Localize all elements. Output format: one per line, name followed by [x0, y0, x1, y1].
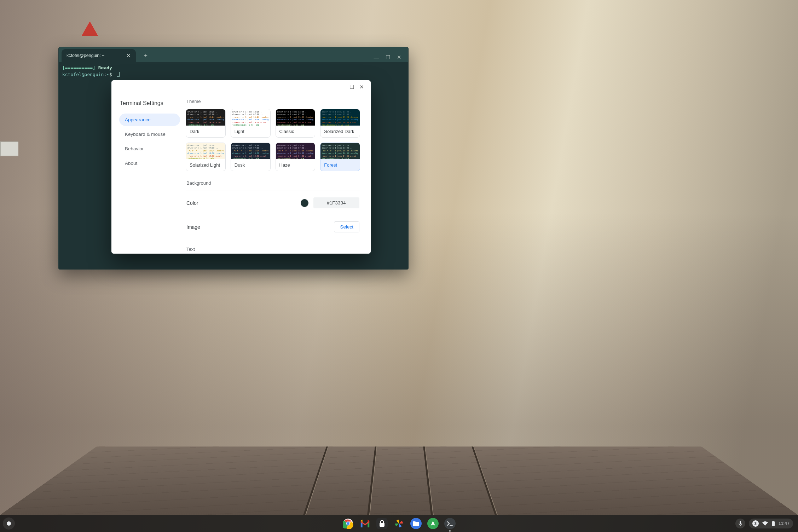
section-background-label: Background — [186, 180, 360, 186]
maximize-icon[interactable]: ☐ — [383, 54, 393, 60]
theme-name: Dark — [186, 126, 225, 137]
wallpaper-sign — [81, 21, 98, 36]
background-color-value[interactable]: #1F3334 — [313, 197, 359, 208]
theme-thumb: drwxr-xr-x 1 joel 13:28 . drwxr-xr-x 1 r… — [320, 109, 360, 126]
maximize-icon[interactable]: ☐ — [347, 84, 357, 90]
theme-card-solarized-dark[interactable]: drwxr-xr-x 1 joel 13:28 . drwxr-xr-x 1 r… — [320, 109, 360, 138]
terminal-tab-title: kctofel@penguin: ~ — [66, 53, 105, 58]
close-icon[interactable]: ✕ — [126, 52, 131, 59]
theme-name: Solarized Light — [186, 159, 225, 171]
settings-content[interactable]: Theme drwxr-xr-x 1 joel 13:28 . drwxr-xr… — [186, 94, 371, 254]
chrome-icon — [343, 518, 353, 529]
shelf-status-area[interactable]: 3 11:47 — [735, 519, 798, 528]
terminal-cursor — [117, 72, 120, 77]
wifi-icon — [762, 521, 768, 526]
terminal-prompt-line: kctofel@penguin:~$ — [62, 71, 405, 78]
theme-thumb: drwxr-xr-x 1 joel 13:28 . drwxr-xr-x 1 r… — [186, 109, 225, 126]
photos-icon — [394, 518, 404, 529]
theme-thumb: drwxr-xr-x 1 joel 13:28 . drwxr-xr-x 1 r… — [231, 143, 270, 159]
settings-sidebar: Terminal Settings Appearance Keyboard & … — [111, 94, 186, 254]
minimize-icon[interactable]: — — [371, 54, 381, 60]
wallpaper-street — [0, 447, 798, 515]
launcher-icon — [7, 521, 11, 526]
navigation-icon — [430, 520, 436, 527]
lock-icon — [379, 520, 385, 527]
theme-name: Dusk — [231, 159, 270, 171]
theme-name: Forest — [320, 159, 360, 171]
assistant-mic-button[interactable] — [735, 519, 745, 528]
app-maps[interactable] — [427, 518, 439, 529]
app-files[interactable] — [410, 518, 422, 529]
app-photos[interactable] — [393, 518, 405, 529]
battery-icon — [771, 521, 775, 526]
theme-card-solarized-light[interactable]: drwxr-xr-x 1 joel 13:28 . drwxr-xr-x 1 r… — [186, 143, 226, 171]
app-authenticator[interactable] — [376, 518, 388, 529]
theme-card-dark[interactable]: drwxr-xr-x 1 joel 13:28 . drwxr-xr-x 1 r… — [186, 109, 226, 138]
minimize-icon[interactable]: — — [337, 84, 347, 90]
background-color-row: Color #1F3334 — [186, 191, 360, 215]
app-terminal[interactable] — [444, 518, 456, 529]
prompt-suffix: $ — [109, 72, 112, 77]
theme-card-classic[interactable]: drwxr-xr-x 1 joel 13:28 . drwxr-xr-x 1 r… — [276, 109, 316, 138]
theme-name: Solarized Dark — [320, 126, 360, 137]
app-chrome[interactable] — [342, 518, 354, 529]
notification-count-badge: 3 — [752, 520, 759, 527]
nav-keyboard-mouse[interactable]: Keyboard & mouse — [119, 128, 180, 140]
terminal-settings-window: — ☐ ✕ Terminal Settings Appearance Keybo… — [111, 80, 371, 254]
terminal-tab[interactable]: kctofel@penguin: ~ ✕ — [62, 49, 136, 62]
background-image-label: Image — [186, 224, 334, 230]
theme-thumb: drwxr-xr-x 1 joel 13:28 . drwxr-xr-x 1 r… — [276, 143, 315, 159]
wallpaper-ac-unit — [0, 141, 18, 156]
ready-brackets: [==========] — [62, 65, 96, 70]
theme-grid: drwxr-xr-x 1 joel 13:28 . drwxr-xr-x 1 r… — [186, 109, 360, 171]
theme-name: Haze — [276, 159, 315, 171]
theme-card-forest[interactable]: drwxr-xr-x 1 joel 13:28 . drwxr-xr-x 1 r… — [320, 143, 360, 171]
nav-about[interactable]: About — [119, 157, 180, 169]
chromeos-shelf: 3 11:47 — [0, 515, 798, 532]
theme-thumb: drwxr-xr-x 1 joel 13:28 . drwxr-xr-x 1 r… — [231, 109, 270, 126]
ready-label: Ready — [98, 65, 112, 70]
close-window-icon[interactable]: ✕ — [394, 54, 404, 60]
folder-icon — [413, 521, 419, 526]
background-color-swatch[interactable] — [301, 199, 308, 207]
prompt-user: kctofel@penguin — [62, 72, 104, 77]
settings-title: Terminal Settings — [120, 100, 180, 106]
background-image-row: Image Select — [186, 215, 360, 239]
prompt-path: ~ — [106, 72, 109, 77]
theme-thumb: drwxr-xr-x 1 joel 13:28 . drwxr-xr-x 1 r… — [186, 143, 225, 159]
background-color-label: Color — [186, 200, 301, 206]
terminal-line: [==========] Ready — [62, 65, 405, 71]
app-gmail[interactable] — [359, 518, 371, 529]
nav-appearance[interactable]: Appearance — [119, 114, 180, 126]
terminal-window-controls: — ☐ ✕ — [371, 54, 408, 62]
mic-icon — [738, 521, 742, 526]
theme-name: Light — [231, 126, 270, 137]
section-theme-label: Theme — [186, 99, 360, 104]
theme-card-dusk[interactable]: drwxr-xr-x 1 joel 13:28 . drwxr-xr-x 1 r… — [231, 143, 271, 171]
clock: 11:47 — [779, 521, 790, 526]
svg-rect-6 — [773, 521, 774, 522]
theme-name: Classic — [276, 126, 315, 137]
gmail-icon — [360, 520, 370, 527]
theme-thumb: drwxr-xr-x 1 joel 13:28 . drwxr-xr-x 1 r… — [320, 143, 360, 159]
section-text-label: Text — [186, 247, 360, 252]
theme-thumb: drwxr-xr-x 1 joel 13:28 . drwxr-xr-x 1 r… — [276, 109, 315, 126]
status-tray[interactable]: 3 11:47 — [749, 519, 793, 528]
select-image-button[interactable]: Select — [334, 221, 359, 232]
svg-rect-3 — [380, 523, 384, 527]
nav-behavior[interactable]: Behavior — [119, 143, 180, 155]
close-icon[interactable]: ✕ — [357, 84, 366, 90]
settings-titlebar: — ☐ ✕ — [111, 80, 371, 94]
terminal-tabstrip: kctofel@penguin: ~ ✕ ＋ — ☐ ✕ — [59, 47, 408, 62]
theme-card-haze[interactable]: drwxr-xr-x 1 joel 13:28 . drwxr-xr-x 1 r… — [276, 143, 316, 171]
svg-rect-5 — [772, 521, 775, 526]
svg-rect-4 — [740, 521, 741, 524]
terminal-body[interactable]: [==========] Ready kctofel@penguin:~$ — [59, 62, 408, 81]
new-tab-button[interactable]: ＋ — [140, 50, 151, 61]
shelf-apps — [342, 518, 456, 529]
terminal-icon — [447, 521, 453, 526]
theme-card-light[interactable]: drwxr-xr-x 1 joel 13:28 . drwxr-xr-x 1 r… — [231, 109, 271, 138]
launcher-button[interactable] — [3, 517, 15, 530]
